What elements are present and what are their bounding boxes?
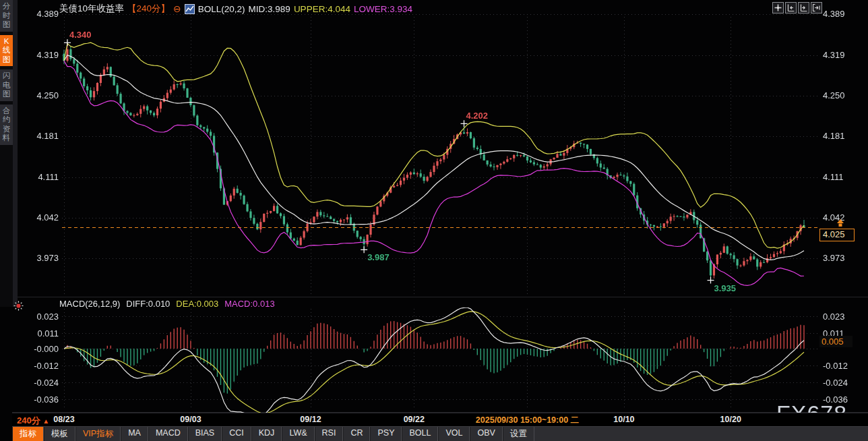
candle-date-tooltip: 2025/09/30 15:00~19:00 二	[472, 414, 582, 427]
axis-tick-label: 4.042	[36, 212, 59, 223]
macd-diff: DIFF:0.010	[126, 299, 170, 309]
axis-tick-label: -0.000	[34, 344, 59, 354]
macd-value: MACD:0.013	[224, 299, 274, 309]
axis-tick-label: -0.036	[34, 394, 59, 405]
axis-tick-label: -0.012	[34, 361, 59, 371]
current-price-badge: 4.025	[819, 229, 855, 241]
chart-type-sidebar: 分时图K线图闪电图合约资料	[0, 0, 13, 307]
scale-axis-right-icon[interactable]	[798, 2, 809, 13]
indicator-settings-icon[interactable]	[13, 301, 24, 311]
chart-header: 美债10年收益率【240分】 ⊖ BOLL(20,2) MID:3.989 UP…	[59, 3, 412, 15]
axis-tick-label: -0.024	[34, 378, 59, 388]
macd-dea: DEA:0.003	[176, 299, 218, 309]
toolbar-tab-xx[interactable]: 设置	[503, 427, 534, 441]
toolbar-tab-CCI[interactable]: CCI	[222, 427, 251, 441]
main-y-axis-left: 4.3894.3194.2504.1814.1114.0423.9730.023…	[18, 0, 59, 441]
axis-tick-label: 4.250	[36, 90, 59, 100]
toolbar-tab-BIAS[interactable]: BIAS	[188, 427, 222, 441]
left-gutter	[13, 0, 18, 307]
axis-tick-label: 4.181	[823, 131, 845, 141]
period-tag: 【240分】	[127, 3, 170, 15]
trading-app: 分时图K线图闪电图合约资料 美债10年收益率【240分】 ⊖ BOLL(20,2…	[0, 0, 868, 441]
toolbar-tab-KDJ[interactable]: KDJ	[251, 427, 282, 441]
axis-tick-label: 4.111	[823, 172, 844, 182]
toolbar-tab-PSY[interactable]: PSY	[370, 427, 402, 441]
scale-axis-left-icon[interactable]	[785, 2, 797, 13]
chart-canvas[interactable]	[0, 0, 868, 441]
price-marker-low: 3.987	[367, 252, 390, 262]
sidebar-tab-1[interactable]: 分时图	[0, 0, 13, 32]
boll-lower: LOWER:3.934	[354, 4, 412, 14]
axis-tick-label: 4.111	[38, 172, 59, 182]
chart-window-controls	[772, 2, 822, 13]
toolbar-tab-MACD[interactable]: MACD	[148, 427, 188, 441]
axis-tick-label: 4.319	[823, 50, 845, 60]
instrument-title: 美债10年收益率	[59, 3, 124, 15]
price-marker-high: 4.340	[69, 30, 92, 40]
toolbar-tab-VIPxx[interactable]: VIP指标	[75, 427, 121, 441]
move-crosshair-icon[interactable]	[772, 2, 784, 13]
x-axis-date: 09/12	[300, 415, 321, 424]
axis-tick-label: 0.023	[36, 312, 59, 322]
axis-tick-label: 4.319	[36, 50, 59, 60]
axis-tick-label: 4.250	[823, 90, 845, 100]
boll-upper: UPPER:4.044	[294, 4, 350, 14]
axis-tick-label: -0.012	[823, 361, 848, 371]
axis-tick-label: 3.973	[823, 253, 845, 263]
axis-tick-label: 3.973	[36, 253, 59, 263]
macd-name: MACD(26,12,9)	[59, 299, 120, 309]
toolbar-tab-BOLL[interactable]: BOLL	[402, 427, 438, 441]
sidebar-tab-4[interactable]: 合约资料	[0, 105, 13, 145]
toolbar-tab-xx[interactable]: 指标	[12, 427, 44, 441]
axis-tick-label: -0.036	[823, 394, 848, 405]
boll-name: BOLL(20,2)	[198, 4, 245, 14]
collapse-icon[interactable]: ⊖	[173, 3, 181, 14]
macd-current-badge: 0.005	[819, 336, 852, 347]
x-axis-date: 10/20	[720, 415, 741, 424]
x-axis-row: 240分 ▲ 08/2309/0309/1209/2210/1010/20 20…	[12, 413, 868, 427]
x-axis-date: 10/10	[613, 415, 634, 424]
sidebar-tab-2[interactable]: K线图	[0, 35, 13, 67]
axis-tick-label: 4.389	[36, 9, 59, 19]
boll-mid: MID:3.989	[249, 4, 290, 14]
x-axis-date: 08/23	[53, 415, 74, 424]
toolbar-tab-VOL[interactable]: VOL	[438, 427, 470, 441]
toolbar-tab-RSI[interactable]: RSI	[315, 427, 344, 441]
axis-tick-label: 4.389	[823, 9, 845, 19]
axis-tick-label: 0.023	[823, 312, 845, 322]
price-marker-high: 4.202	[466, 111, 489, 121]
mini-chart-icon	[185, 4, 195, 14]
toolbar-tab-LWx[interactable]: LW&	[282, 427, 314, 441]
sidebar-tab-3[interactable]: 闪电图	[0, 69, 13, 101]
toolbar-tab-OBV[interactable]: OBV	[470, 427, 502, 441]
indicator-toolbar: 指标模板VIP指标MAMACDBIASCCIKDJLW&RSICRPSYBOLL…	[12, 426, 868, 441]
macd-header: MACD(26,12,9) DIFF:0.010 DEA:0.003 MACD:…	[59, 299, 275, 309]
axis-tick-label: -0.024	[823, 378, 848, 388]
price-pin-icon	[836, 219, 845, 227]
x-axis-date: 09/03	[180, 415, 201, 424]
x-axis-date: 09/22	[404, 415, 425, 424]
period-arrow-icon: ▲	[42, 417, 49, 425]
price-marker-low: 3.935	[714, 283, 737, 293]
axis-tick-label: 4.181	[36, 131, 59, 141]
toolbar-tab-MA[interactable]: MA	[121, 427, 148, 441]
axis-tick-label: 0.011	[37, 328, 59, 339]
toolbar-tab-xx[interactable]: 模板	[44, 427, 75, 441]
period-selector[interactable]: 240分 ▲	[17, 415, 49, 427]
toolbar-tab-CR[interactable]: CR	[343, 427, 370, 441]
pan-right-icon[interactable]	[811, 2, 822, 13]
